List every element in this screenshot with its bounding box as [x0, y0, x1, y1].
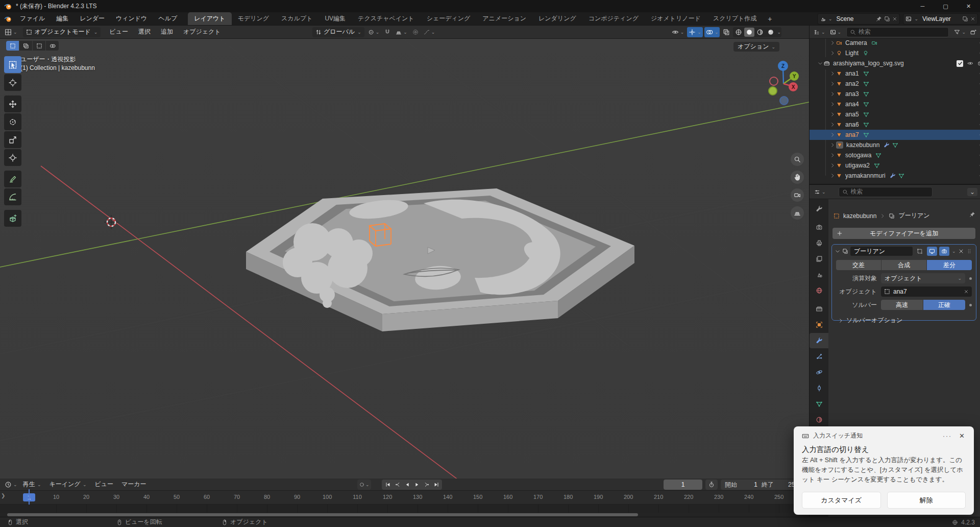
show-gizmo-toggle[interactable]: ⌄: [687, 27, 703, 37]
chevron-right-icon[interactable]: [829, 173, 836, 178]
pivot-point-dropdown[interactable]: ⌄: [366, 27, 381, 37]
outliner-row-utigawa2[interactable]: utigawa2: [810, 160, 980, 171]
select-mode-subtract-button[interactable]: [33, 41, 45, 51]
delete-modifier-icon[interactable]: [958, 248, 964, 254]
tool-annotate[interactable]: [4, 171, 21, 187]
scrollbar-thumb[interactable]: [7, 513, 638, 516]
chevron-right-icon[interactable]: [829, 51, 836, 56]
pin-id-icon[interactable]: [969, 211, 975, 219]
breadcrumb-object[interactable]: kazebubunn: [843, 212, 876, 220]
operation-union-button[interactable]: 合成: [881, 260, 926, 270]
tool-box-select[interactable]: [4, 56, 21, 73]
chevron-right-icon[interactable]: [829, 102, 836, 107]
tool-measure[interactable]: [4, 188, 21, 205]
solver-options-expander[interactable]: ソルバーオプション: [838, 316, 971, 325]
tab-particle-properties[interactable]: [810, 349, 828, 364]
outliner-scene-mode-dropdown[interactable]: ⌄: [828, 27, 843, 37]
chevron-right-icon[interactable]: [829, 81, 836, 86]
operation-difference-button[interactable]: 差分: [927, 260, 972, 270]
tab-shading[interactable]: シェーディング: [421, 12, 477, 25]
outliner-row-collection[interactable]: arashiyama_logo_svg.svg: [810, 58, 980, 68]
tab-physics-properties[interactable]: [810, 365, 828, 380]
chevron-right-icon[interactable]: [829, 153, 836, 158]
tool-rotate[interactable]: [4, 113, 21, 130]
timeline-editor-type-button[interactable]: ⌄: [3, 480, 19, 490]
realtime-display-toggle[interactable]: [927, 247, 937, 256]
tab-scripting[interactable]: スクリプト作成: [707, 12, 763, 25]
transform-orientation-dropdown[interactable]: グローバル ⌄: [312, 27, 364, 37]
auto-keying-toggle[interactable]: ⌄: [357, 480, 371, 490]
play-button[interactable]: [412, 480, 422, 489]
jump-to-end-button[interactable]: [431, 480, 441, 489]
collection-checkbox[interactable]: [957, 60, 963, 67]
jump-to-start-button[interactable]: [383, 480, 393, 489]
tab-constraint-properties[interactable]: [810, 380, 828, 396]
blender-menu-icon[interactable]: [4, 15, 12, 23]
chevron-right-icon[interactable]: [829, 142, 836, 148]
tab-sculpting[interactable]: スカルプト: [275, 12, 318, 25]
tab-scene-properties[interactable]: [810, 267, 828, 282]
operand-object-field[interactable]: ana7: [881, 286, 972, 297]
navigation-gizmo[interactable]: Z Y X: [758, 56, 809, 107]
menu-view[interactable]: ビュー: [105, 28, 133, 36]
duplicate-scene-icon[interactable]: [884, 16, 890, 22]
add-workspace-button[interactable]: +: [763, 15, 777, 23]
chevron-right-icon[interactable]: [829, 91, 836, 97]
timeline-channel-area[interactable]: [0, 505, 809, 513]
tab-modifier-properties[interactable]: [810, 333, 828, 348]
outliner-row-ana5[interactable]: ana5: [810, 109, 980, 119]
tab-modeling[interactable]: モデリング: [232, 12, 275, 25]
render-display-toggle[interactable]: [939, 247, 949, 256]
shading-rendered-button[interactable]: [766, 28, 776, 37]
select-mode-extend-button[interactable]: [19, 41, 32, 51]
tab-collection-properties[interactable]: [810, 301, 828, 317]
animate-property-dot[interactable]: [969, 277, 972, 280]
edit-mode-display-toggle[interactable]: [915, 247, 925, 256]
menu-select[interactable]: 選択: [134, 28, 155, 36]
next-keyframe-button[interactable]: [422, 480, 431, 489]
outliner-row-yamakannmuri[interactable]: yamakannmuri: [810, 171, 980, 181]
menu-add[interactable]: 追加: [156, 28, 178, 36]
outliner-row-ana7[interactable]: ana7: [810, 130, 980, 140]
chevron-right-icon[interactable]: [829, 163, 836, 168]
properties-options-dropdown[interactable]: ⌄: [967, 188, 977, 196]
tab-viewlayer-properties[interactable]: [810, 251, 828, 267]
modifier-name-field[interactable]: ブーリアン: [850, 247, 913, 256]
properties-search-input[interactable]: 検索: [839, 187, 933, 197]
chevron-right-icon[interactable]: [829, 132, 836, 137]
render-visibility-icon[interactable]: [977, 60, 980, 66]
modifier-extras-dropdown[interactable]: ⌄: [952, 249, 956, 254]
tab-render-properties[interactable]: [810, 220, 828, 235]
channel-expand-chevron[interactable]: ❯: [1, 493, 5, 498]
outliner-row-kazebubunn[interactable]: kazebubunn: [810, 140, 980, 150]
select-mode-new-button[interactable]: [6, 41, 19, 51]
unlink-scene-icon[interactable]: [892, 16, 897, 21]
tool-move[interactable]: [4, 95, 21, 112]
menu-object[interactable]: オブジェクト: [179, 28, 226, 36]
duplicate-viewlayer-icon[interactable]: [962, 16, 968, 22]
pin-icon[interactable]: [876, 16, 882, 22]
solver-fast-button[interactable]: 高速: [881, 300, 923, 310]
tab-world-properties[interactable]: [810, 283, 828, 298]
collapse-chevron-icon[interactable]: [835, 249, 840, 254]
outliner-display-mode-dropdown[interactable]: ⌄: [812, 27, 827, 37]
operand-type-dropdown[interactable]: オブジェクト ⌄: [881, 273, 965, 283]
zoom-icon[interactable]: [791, 153, 804, 166]
tool-cursor[interactable]: [4, 74, 21, 91]
shading-wireframe-button[interactable]: [733, 28, 744, 37]
tab-uv-editing[interactable]: UV編集: [318, 12, 352, 25]
tab-texture-paint[interactable]: テクスチャペイント: [352, 12, 421, 25]
drag-handle-icon[interactable]: [966, 248, 972, 254]
xray-toggle[interactable]: [721, 27, 731, 37]
chevron-right-icon[interactable]: [829, 71, 836, 76]
solver-exact-button[interactable]: 正確: [923, 300, 965, 310]
menu-playback[interactable]: 再生 ⌄: [19, 480, 45, 489]
menu-window[interactable]: ウィンドウ: [110, 14, 153, 23]
clear-object-icon[interactable]: [964, 289, 969, 294]
menu-keying[interactable]: キーイング ⌄: [45, 480, 90, 489]
viewlayer-selector[interactable]: ⌄ ViewLayer: [903, 13, 978, 25]
close-notification-icon[interactable]: ✕: [956, 432, 968, 440]
menu-view[interactable]: ビュー: [90, 480, 117, 489]
minimize-button[interactable]: ─: [911, 0, 934, 12]
outliner-row-ana1[interactable]: ana1: [810, 68, 980, 79]
